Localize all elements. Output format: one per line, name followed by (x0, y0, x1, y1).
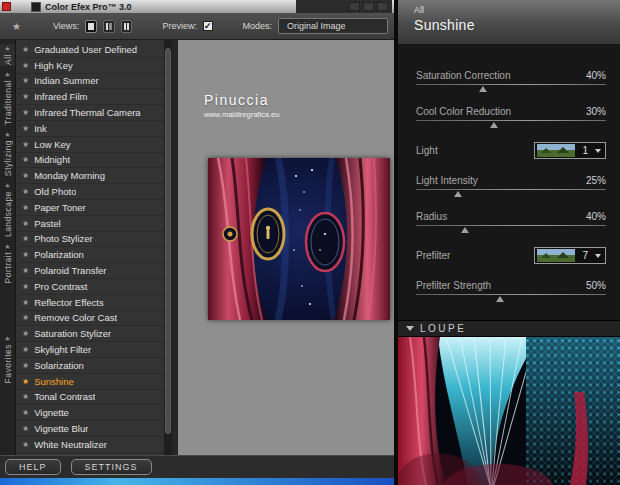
star-icon: ★ (22, 171, 29, 180)
favorite-star-icon[interactable]: ★ (12, 21, 21, 32)
tab-label: Landscape (3, 191, 13, 237)
filter-list-scrollbar[interactable] (164, 40, 172, 455)
slider-row: Radius40% (416, 211, 606, 222)
slider-track[interactable] (416, 294, 606, 304)
settings-button[interactable]: SETTINGS (71, 459, 152, 475)
star-icon: ★ (22, 108, 29, 117)
filter-item-indian-summer[interactable]: ★Indian Summer (16, 74, 172, 90)
filter-label: Remove Color Cast (34, 312, 117, 323)
filter-label: Saturation Stylizer (34, 328, 111, 339)
maximize-button[interactable] (363, 2, 374, 11)
filter-item-old-photo[interactable]: ★Old Photo (16, 184, 172, 200)
filter-item-saturation-stylizer[interactable]: ★Saturation Stylizer (16, 326, 172, 342)
slider-track[interactable] (416, 84, 606, 94)
filter-item-paper-toner[interactable]: ★Paper Toner (16, 200, 172, 216)
filter-item-low-key[interactable]: ★Low Key (16, 137, 172, 153)
slider-thumb[interactable] (490, 122, 498, 128)
slider-track[interactable] (416, 120, 606, 130)
screen: Color Efex Pro™ 3.0 ★ Views: Preview: ✓ … (0, 0, 620, 485)
tab-favorites[interactable]: ★Favorites (0, 334, 15, 384)
filter-item-sunshine[interactable]: ★Sunshine (16, 374, 172, 390)
loupe-header[interactable]: LOUPE (398, 320, 620, 337)
slider-row: Saturation Correction40% (416, 70, 606, 81)
controls-panel: Saturation Correction40%Cool Color Reduc… (398, 44, 620, 320)
star-icon: ★ (22, 203, 29, 212)
filter-item-high-key[interactable]: ★High Key (16, 58, 172, 74)
slider-track[interactable] (416, 225, 606, 235)
filter-label: Photo Stylizer (34, 233, 93, 244)
slider-thumb[interactable] (496, 296, 504, 302)
filter-item-infrared-film[interactable]: ★Infrared Film (16, 89, 172, 105)
close-button[interactable] (377, 2, 388, 11)
app-icon (2, 2, 11, 11)
preview-checkbox[interactable]: ✓ (203, 21, 213, 31)
slider-label: Radius (416, 211, 447, 222)
filter-item-pro-contrast[interactable]: ★Pro Contrast (16, 279, 172, 295)
filter-item-polaroid-transfer[interactable]: ★Polaroid Transfer (16, 263, 172, 279)
preview-canvas[interactable]: Pinuccia www.maidiregrafica.eu (172, 40, 394, 455)
check-icon: ✓ (204, 22, 212, 30)
filter-label: Low Key (34, 139, 70, 150)
filter-item-vignette-blur[interactable]: ★Vignette Blur (16, 421, 172, 437)
slider-line (416, 225, 606, 226)
view-single-button[interactable] (85, 20, 97, 33)
filter-item-ink[interactable]: ★Ink (16, 121, 172, 137)
filter-label: Paper Toner (34, 202, 86, 213)
slider-radius: Radius40% (416, 211, 606, 235)
filter-label: Infrared Thermal Camera (34, 107, 140, 118)
filter-item-graduated-user-defined[interactable]: ★Graduated User Defined (16, 42, 172, 58)
window-title: Color Efex Pro™ 3.0 (45, 2, 132, 12)
filter-item-skylight-filter[interactable]: ★Skylight Filter (16, 342, 172, 358)
slider-line (416, 120, 606, 121)
star-icon: ★ (4, 335, 10, 343)
filter-item-pastel[interactable]: ★Pastel (16, 216, 172, 232)
titlebar[interactable]: Color Efex Pro™ 3.0 (0, 0, 394, 13)
star-icon: ★ (22, 408, 29, 417)
light-preset-select[interactable]: 1 (534, 142, 606, 159)
slider-saturation-correction: Saturation Correction40% (416, 70, 606, 94)
tab-traditional[interactable]: ★Traditional (0, 70, 15, 126)
panel-category: All (414, 5, 604, 15)
filter-label: Polarization (34, 249, 84, 260)
scrollbar-thumb[interactable] (165, 48, 171, 434)
tab-portrait[interactable]: ★Portrait (0, 242, 15, 284)
prefilter-preset-select[interactable]: 7 (534, 247, 606, 264)
slider-row: Cool Color Reduction30% (416, 106, 606, 117)
modes-label: Modes: (243, 21, 273, 31)
slider-thumb[interactable] (461, 227, 469, 233)
filter-item-solarization[interactable]: ★Solarization (16, 358, 172, 374)
filter-label: Pastel (34, 218, 60, 229)
slider-thumb[interactable] (479, 86, 487, 92)
filter-item-tonal-contrast[interactable]: ★Tonal Contrast (16, 390, 172, 406)
chevron-down-icon (595, 149, 601, 153)
filter-item-white-neutralizer[interactable]: ★White Neutralizer (16, 437, 172, 453)
tab-stylizing[interactable]: ★Stylizing (0, 130, 15, 177)
help-button[interactable]: HELP (5, 459, 61, 475)
chevron-down-icon (595, 254, 601, 258)
filter-item-polarization[interactable]: ★Polarization (16, 247, 172, 263)
modes-dropdown[interactable]: Original Image (278, 18, 388, 34)
filter-item-infrared-thermal-camera[interactable]: ★Infrared Thermal Camera (16, 105, 172, 121)
star-icon: ★ (22, 219, 29, 228)
star-icon: ★ (22, 140, 29, 149)
view-split-button[interactable] (103, 20, 115, 33)
view-side-by-side-button[interactable] (121, 20, 133, 33)
star-icon: ★ (4, 45, 10, 53)
minimize-button[interactable] (349, 2, 360, 11)
filter-item-remove-color-cast[interactable]: ★Remove Color Cast (16, 311, 172, 327)
filter-item-reflector-effects[interactable]: ★Reflector Effects (16, 295, 172, 311)
preset-thumbnail-image (537, 144, 575, 157)
tab-landscape[interactable]: ★Landscape (0, 181, 15, 238)
filter-item-midnight[interactable]: ★Midnight (16, 153, 172, 169)
star-icon: ★ (4, 131, 10, 139)
filter-item-monday-morning[interactable]: ★Monday Morning (16, 168, 172, 184)
tab-label: Stylizing (3, 140, 13, 176)
filter-item-photo-stylizer[interactable]: ★Photo Stylizer (16, 232, 172, 248)
watermark-title: Pinuccia (204, 92, 279, 108)
star-icon: ★ (22, 61, 29, 70)
slider-track[interactable] (416, 189, 606, 199)
slider-thumb[interactable] (454, 191, 462, 197)
filter-item-vignette[interactable]: ★Vignette (16, 405, 172, 421)
star-icon: ★ (22, 92, 29, 101)
tab-all[interactable]: ★All (0, 44, 15, 66)
